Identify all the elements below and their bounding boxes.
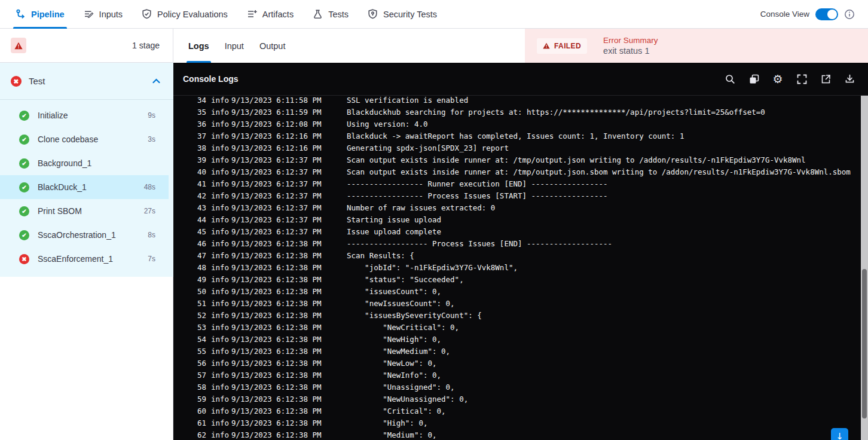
step-row[interactable]: ✔ Print SBOM 27s bbox=[0, 199, 169, 223]
tab-input[interactable]: Input bbox=[217, 29, 252, 63]
stage-panel: ✖ Test ✔ Initialize 9s ✔ Clone codebase … bbox=[0, 63, 173, 277]
log-line: 54 info 9/13/2023 6:12:38 PM "NewHigh": … bbox=[173, 334, 861, 346]
log-level: info bbox=[211, 130, 231, 142]
log-timestamp: 9/13/2023 6:11:59 PM bbox=[231, 106, 347, 118]
log-level: info bbox=[211, 96, 231, 106]
log-level: info bbox=[211, 346, 231, 358]
success-check-icon: ✔ bbox=[19, 158, 29, 169]
log-line-number: 49 bbox=[197, 274, 211, 286]
log-timestamp: 9/13/2023 6:12:37 PM bbox=[231, 166, 347, 178]
log-message: Blackduckhub searching for projects at: … bbox=[347, 106, 861, 118]
log-line: 46 info 9/13/2023 6:12:38 PM -----------… bbox=[173, 238, 861, 250]
log-message: "NewUnassigned": 0, bbox=[347, 393, 861, 405]
failed-label: FAILED bbox=[554, 42, 581, 50]
log-timestamp: 9/13/2023 6:12:38 PM bbox=[231, 369, 347, 381]
nav-tab-inputs[interactable]: Inputs bbox=[84, 0, 123, 29]
info-icon[interactable] bbox=[844, 9, 855, 20]
log-timestamp: 9/13/2023 6:12:38 PM bbox=[231, 346, 347, 358]
settings-gear-icon[interactable]: ⚙ bbox=[772, 74, 783, 84]
open-in-new-tab-icon[interactable] bbox=[820, 74, 831, 84]
log-line-number: 62 bbox=[197, 429, 211, 440]
log-message: "High": 0, bbox=[347, 417, 861, 429]
search-icon[interactable] bbox=[725, 74, 735, 84]
log-level: info bbox=[211, 274, 231, 286]
log-message: "status": "Succeeded", bbox=[347, 274, 861, 286]
log-level: info bbox=[211, 262, 231, 274]
tab-output[interactable]: Output bbox=[252, 29, 294, 63]
step-list: ✔ Initialize 9s ✔ Clone codebase 3s ✔ Ba… bbox=[0, 100, 173, 271]
log-line: 53 info 9/13/2023 6:12:38 PM "NewCritica… bbox=[173, 322, 861, 334]
nav-tab-tests[interactable]: Tests bbox=[313, 0, 349, 29]
log-message: ------------------ Process Issues [END] … bbox=[347, 238, 861, 250]
console-log-view[interactable]: 34 info 9/13/2023 6:11:58 PM SSL verific… bbox=[173, 96, 861, 440]
log-level: info bbox=[211, 226, 231, 238]
step-name: BlackDuck_1 bbox=[38, 182, 87, 192]
nav-tab-artifacts[interactable]: Artifacts bbox=[247, 0, 294, 29]
status-badge: FAILED bbox=[537, 38, 587, 54]
pipeline-icon bbox=[16, 9, 26, 19]
nav-tab-security-tests[interactable]: Security Tests bbox=[368, 0, 437, 29]
error-summary-strip: FAILED Error Summary exit status 1 bbox=[525, 29, 868, 63]
log-timestamp: 9/13/2023 6:12:38 PM bbox=[231, 286, 347, 298]
log-timestamp: 9/13/2023 6:12:37 PM bbox=[231, 226, 347, 238]
log-message: "NewCritical": 0, bbox=[347, 322, 861, 334]
tab-logs[interactable]: Logs bbox=[181, 29, 217, 63]
console-title: Console Logs bbox=[183, 74, 239, 84]
pipeline-execution-page: Pipeline Inputs Policy Evaluations bbox=[0, 0, 868, 440]
log-line-number: 39 bbox=[197, 154, 211, 166]
log-line-number: 41 bbox=[197, 178, 211, 190]
console-header: Console Logs ⚙ bbox=[173, 63, 868, 96]
log-line: 42 info 9/13/2023 6:12:37 PM -----------… bbox=[173, 190, 861, 202]
log-line: 57 info 9/13/2023 6:12:38 PM "NewInfo": … bbox=[173, 369, 861, 381]
scroll-to-bottom-button[interactable]: ↓ bbox=[831, 428, 848, 440]
step-row[interactable]: ✔ SscaOrchestration_1 8s bbox=[0, 223, 169, 247]
log-level: info bbox=[211, 310, 231, 322]
step-name: Background_1 bbox=[38, 158, 91, 168]
log-timestamp: 9/13/2023 6:12:38 PM bbox=[231, 310, 347, 322]
stage-header-test[interactable]: ✖ Test bbox=[0, 63, 173, 100]
step-row[interactable]: ✔ Background_1 bbox=[0, 151, 169, 175]
scrollbar-thumb[interactable] bbox=[862, 269, 867, 418]
log-message: Generating spdx-json[SPDX_23] report bbox=[347, 142, 861, 154]
log-line-number: 48 bbox=[197, 262, 211, 274]
step-row[interactable]: ✔ Clone codebase 3s bbox=[0, 127, 169, 151]
fullscreen-icon[interactable] bbox=[796, 74, 807, 84]
log-line-number: 40 bbox=[197, 166, 211, 178]
step-row[interactable]: ✔ Initialize 9s bbox=[0, 103, 169, 127]
log-line-number: 50 bbox=[197, 286, 211, 298]
list-plus-icon bbox=[247, 9, 257, 19]
log-level: info bbox=[211, 381, 231, 393]
console-view-label: Console View bbox=[760, 10, 809, 19]
nav-tab-label: Tests bbox=[328, 10, 349, 19]
error-summary-title: Error Summary bbox=[603, 36, 658, 45]
chevron-up-icon[interactable] bbox=[152, 78, 160, 84]
log-message: Scan output exists inside runner at: /tm… bbox=[347, 154, 861, 166]
log-timestamp: 9/13/2023 6:12:38 PM bbox=[231, 238, 347, 250]
shield-check-icon bbox=[142, 9, 152, 19]
log-line-number: 45 bbox=[197, 226, 211, 238]
sidebar-summary-bar: 1 stage bbox=[0, 29, 173, 63]
step-row[interactable]: ✖ SscaEnforcement_1 7s bbox=[0, 247, 169, 271]
nav-tab-policy-evaluations[interactable]: Policy Evaluations bbox=[142, 0, 228, 29]
log-message: "Unassigned": 0, bbox=[347, 381, 861, 393]
copy-icon[interactable] bbox=[748, 74, 759, 84]
console-scrollbar[interactable] bbox=[861, 96, 868, 440]
log-timestamp: 9/13/2023 6:12:37 PM bbox=[231, 202, 347, 214]
log-message: "NewLow": 0, bbox=[347, 358, 861, 369]
log-message: ----------------- Process Issues [START]… bbox=[347, 190, 861, 202]
top-nav: Pipeline Inputs Policy Evaluations bbox=[0, 0, 868, 29]
log-timestamp: 9/13/2023 6:12:38 PM bbox=[231, 250, 347, 262]
log-message: "NewInfo": 0, bbox=[347, 369, 861, 381]
success-check-icon: ✔ bbox=[19, 206, 29, 216]
nav-tab-pipeline[interactable]: Pipeline bbox=[16, 0, 65, 29]
download-icon[interactable] bbox=[844, 74, 855, 84]
log-level: info bbox=[211, 417, 231, 429]
log-level: info bbox=[211, 405, 231, 417]
step-name: SscaEnforcement_1 bbox=[38, 254, 113, 264]
stage-count: 1 stage bbox=[132, 41, 160, 50]
log-line: 45 info 9/13/2023 6:12:37 PM Issue uploa… bbox=[173, 226, 861, 238]
log-line: 44 info 9/13/2023 6:12:37 PM Starting is… bbox=[173, 214, 861, 226]
log-line-number: 42 bbox=[197, 190, 211, 202]
step-row[interactable]: ✔ BlackDuck_1 48s bbox=[0, 175, 169, 199]
console-view-toggle[interactable] bbox=[815, 8, 838, 20]
